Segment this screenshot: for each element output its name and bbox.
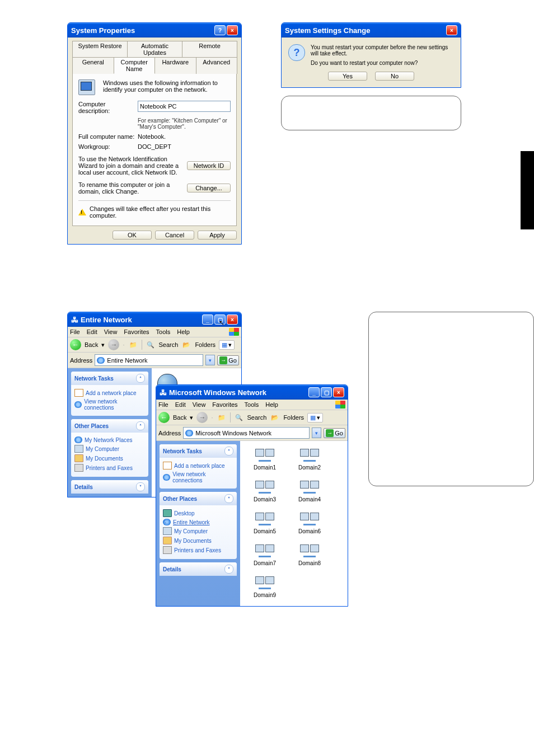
domain-item[interactable]: Domain6 [295, 513, 324, 534]
folders-icon[interactable]: 📂 [181, 340, 191, 350]
address-dropdown[interactable]: ▾ [205, 355, 215, 365]
expand-icon[interactable]: ˅ [224, 565, 233, 574]
printers-faxes[interactable]: Printers and Faxes [74, 464, 145, 472]
search-label[interactable]: Search [247, 414, 267, 421]
menu-file[interactable]: File [70, 328, 80, 335]
add-network-place[interactable]: Add a network place [163, 462, 233, 469]
menu-view[interactable]: View [104, 328, 118, 335]
address-field[interactable]: Microsoft Windows Network [183, 427, 310, 439]
domain-item[interactable]: Domain1 [250, 449, 279, 471]
folders-icon[interactable]: 📂 [270, 412, 280, 422]
help-button[interactable]: ? [214, 25, 226, 35]
collapse-icon[interactable]: ˄ [224, 494, 233, 503]
view-connections[interactable]: View network connections [163, 471, 233, 483]
warning-icon [78, 209, 86, 215]
details-header[interactable]: Details [163, 566, 181, 572]
tab-system-restore[interactable]: System Restore [72, 41, 128, 57]
back-dropdown[interactable]: ▾ [190, 414, 193, 421]
views-button[interactable]: ▦▾ [219, 340, 235, 350]
hand-cursor-icon: ☜ [163, 518, 169, 526]
menu-view[interactable]: View [193, 401, 206, 408]
menu-file[interactable]: File [158, 401, 168, 408]
my-documents[interactable]: My Documents [74, 454, 145, 462]
domain-item[interactable]: Domain5 [250, 513, 279, 534]
printers-faxes[interactable]: Printers and Faxes [163, 546, 233, 554]
expand-icon[interactable]: ˅ [136, 482, 145, 491]
network-id-button[interactable]: Network ID [187, 161, 231, 170]
domain-item[interactable]: Domain7 [250, 544, 279, 566]
description-input[interactable] [138, 101, 231, 112]
back-label[interactable]: Back [85, 341, 98, 348]
ok-button[interactable]: OK [113, 231, 152, 240]
search-icon[interactable]: 🔍 [146, 340, 156, 350]
domain-item[interactable]: Domain9 [250, 576, 279, 598]
cancel-button[interactable]: Cancel [155, 231, 194, 240]
minimize-button[interactable]: _ [202, 314, 213, 325]
domain-item[interactable]: Domain8 [295, 544, 324, 566]
my-network-places[interactable]: My Network Places [74, 436, 145, 443]
go-button[interactable]: →Go [324, 428, 345, 438]
collapse-icon[interactable]: ˄ [136, 374, 145, 383]
minimize-button[interactable]: _ [308, 387, 320, 397]
menu-tools[interactable]: Tools [156, 328, 171, 335]
domain-label: Domain9 [250, 592, 279, 598]
entire-network-link[interactable]: Entire Network☜ [163, 519, 233, 525]
menu-favorites[interactable]: Favorites [212, 401, 237, 408]
tab-general[interactable]: General [72, 57, 114, 74]
add-network-place[interactable]: Add a network place [74, 389, 145, 397]
apply-button[interactable]: Apply [198, 231, 237, 240]
collapse-icon[interactable]: ˄ [136, 421, 145, 430]
menu-help[interactable]: Help [177, 328, 190, 335]
tab-automatic-updates[interactable]: Automatic Updates [127, 41, 182, 57]
views-button[interactable]: ▦▾ [307, 413, 323, 422]
domain-label: Domain7 [250, 560, 279, 566]
up-button[interactable]: 📁 [128, 340, 138, 350]
msgbox-close[interactable]: × [446, 25, 457, 35]
yes-button[interactable]: Yes [328, 72, 367, 81]
tab-hardware[interactable]: Hardware [154, 57, 196, 74]
menu-tools[interactable]: Tools [245, 401, 259, 408]
domain-item[interactable]: Domain3 [250, 481, 279, 503]
menu-favorites[interactable]: Favorites [124, 328, 149, 335]
no-button[interactable]: No [375, 72, 414, 81]
close-button[interactable]: × [227, 314, 238, 325]
network-tasks-header[interactable]: Network Tasks [74, 375, 114, 382]
back-label[interactable]: Back [173, 414, 186, 421]
my-computer[interactable]: My Computer [74, 445, 145, 453]
other-places-header[interactable]: Other Places [163, 496, 197, 502]
domain-item[interactable]: Domain4 [295, 481, 324, 503]
msg-line2: Do you want to restart your computer now… [311, 60, 454, 66]
details-header[interactable]: Details [74, 484, 93, 490]
back-dropdown[interactable]: ▾ [101, 341, 105, 349]
tab-remote[interactable]: Remote [182, 41, 237, 57]
menu-help[interactable]: Help [265, 401, 278, 408]
search-icon[interactable]: 🔍 [234, 412, 244, 422]
address-field[interactable]: Entire Network [95, 354, 203, 366]
tab-advanced[interactable]: Advanced [196, 57, 238, 74]
view-connections[interactable]: View network connections [74, 398, 145, 411]
my-documents[interactable]: My Documents [163, 537, 233, 544]
forward-button[interactable]: → [196, 412, 208, 423]
folders-label[interactable]: Folders [283, 414, 304, 421]
collapse-icon[interactable]: ˄ [224, 447, 233, 456]
address-dropdown[interactable]: ▾ [312, 428, 321, 438]
folders-label[interactable]: Folders [195, 341, 216, 348]
desktop-link[interactable]: Desktop [163, 509, 233, 517]
forward-button[interactable]: → [108, 339, 119, 350]
change-button[interactable]: Change... [187, 184, 231, 192]
back-button[interactable]: ← [70, 339, 81, 350]
search-label[interactable]: Search [159, 341, 179, 348]
maximize-button[interactable]: ▢ [321, 387, 332, 397]
back-button[interactable]: ← [158, 412, 170, 423]
close-button[interactable]: × [333, 387, 344, 397]
up-button[interactable]: 📁 [217, 412, 227, 422]
network-tasks-header[interactable]: Network Tasks [163, 448, 202, 454]
domain-item[interactable]: Domain2 [295, 449, 324, 471]
menu-edit[interactable]: Edit [175, 401, 186, 408]
tab-computer-name[interactable]: Computer Name [114, 57, 156, 74]
go-button[interactable]: →Go [217, 355, 239, 365]
my-computer[interactable]: My Computer [163, 527, 233, 535]
menu-edit[interactable]: Edit [87, 328, 97, 335]
close-button[interactable]: × [227, 25, 238, 35]
other-places-header[interactable]: Other Places [74, 423, 109, 429]
